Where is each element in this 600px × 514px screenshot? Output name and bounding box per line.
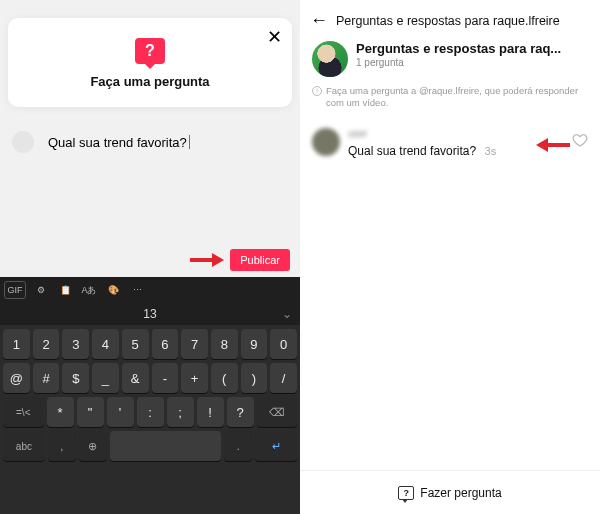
key-rparen[interactable]: ): [241, 363, 268, 393]
chevron-down-icon[interactable]: ⌄: [282, 307, 292, 321]
keyboard-suggestion-bar[interactable]: 13 ⌄: [0, 303, 300, 325]
annotation-arrow-question: [536, 138, 570, 152]
qa-list-screen: ← Perguntas e respostas para raque.lfrei…: [300, 0, 600, 514]
key-semicolon[interactable]: ;: [167, 397, 194, 427]
question-input-row[interactable]: Qual sua trend favorita?: [12, 131, 290, 153]
kb-row-3: =\< * " ' : ; ! ? ⌫: [3, 397, 297, 427]
key-3[interactable]: 3: [62, 329, 89, 359]
key-minus[interactable]: -: [152, 363, 179, 393]
key-1[interactable]: 1: [3, 329, 30, 359]
key-lang-icon[interactable]: ⊕: [79, 431, 107, 461]
composer-card: ✕ ? Faça uma pergunta: [8, 18, 292, 107]
question-text: Qual sua trend favorita?: [348, 144, 476, 158]
soft-keyboard[interactable]: GIF ⚙ 📋 Aあ 🎨 ⋯ 13 ⌄ 1 2 3 4 5 6 7 8 9 0: [0, 277, 300, 514]
qa-info-row: Perguntas e respostas para raq... 1 perg…: [300, 39, 600, 83]
header-title: Perguntas e respostas para raque.lfreire: [336, 14, 560, 28]
question-mark: ?: [145, 42, 155, 60]
annotation-arrow-publish: [190, 253, 224, 267]
info-icon: i: [312, 86, 322, 96]
key-0[interactable]: 0: [270, 329, 297, 359]
back-icon[interactable]: ←: [310, 10, 328, 31]
ask-question-label: Fazer pergunta: [420, 486, 501, 500]
qa-info-subtitle: 1 pergunta: [356, 57, 588, 68]
key-space[interactable]: [110, 431, 222, 461]
key-colon[interactable]: :: [137, 397, 164, 427]
key-dquote[interactable]: ": [77, 397, 104, 427]
kb-row-2: @ # $ _ & - + ( ) /: [3, 363, 297, 393]
qa-hint: i Faça uma pergunta a @raque.lfreire, qu…: [300, 83, 600, 118]
key-underscore[interactable]: _: [92, 363, 119, 393]
question-time: 3s: [485, 145, 497, 157]
heart-icon[interactable]: [572, 132, 588, 148]
keyboard-toolbar: GIF ⚙ 📋 Aあ 🎨 ⋯: [0, 277, 300, 303]
question-author-avatar[interactable]: [312, 128, 340, 156]
suggestion-text[interactable]: 13: [143, 307, 156, 321]
text-caret: [189, 135, 191, 149]
key-star[interactable]: *: [47, 397, 74, 427]
kb-more-icon[interactable]: ⋯: [128, 281, 146, 299]
key-abc[interactable]: abc: [3, 431, 45, 461]
key-comma[interactable]: ,: [48, 431, 76, 461]
question-author-name: user: [348, 128, 564, 139]
key-at[interactable]: @: [3, 363, 30, 393]
key-symbols-toggle[interactable]: =\<: [3, 397, 44, 427]
kb-clipboard-icon[interactable]: 📋: [56, 281, 74, 299]
close-icon[interactable]: ✕: [267, 26, 282, 48]
ask-question-footer[interactable]: ? Fazer pergunta: [300, 470, 600, 514]
header: ← Perguntas e respostas para raque.lfrei…: [300, 0, 600, 39]
key-8[interactable]: 8: [211, 329, 238, 359]
kb-settings-icon[interactable]: ⚙: [32, 281, 50, 299]
key-plus[interactable]: +: [181, 363, 208, 393]
key-squote[interactable]: ': [107, 397, 134, 427]
qa-info-title: Perguntas e respostas para raq...: [356, 41, 588, 56]
key-dollar[interactable]: $: [62, 363, 89, 393]
key-lparen[interactable]: (: [211, 363, 238, 393]
ask-question-icon: ?: [398, 486, 414, 500]
key-slash[interactable]: /: [270, 363, 297, 393]
key-4[interactable]: 4: [92, 329, 119, 359]
key-6[interactable]: 6: [152, 329, 179, 359]
key-period[interactable]: .: [224, 431, 252, 461]
key-backspace[interactable]: ⌫: [257, 397, 298, 427]
publish-button[interactable]: Publicar: [230, 249, 290, 271]
qa-hint-text: Faça uma pergunta a @raque.lfreire, que …: [326, 85, 588, 110]
key-5[interactable]: 5: [122, 329, 149, 359]
user-avatar: [12, 131, 34, 153]
key-hash[interactable]: #: [33, 363, 60, 393]
kb-translate-icon[interactable]: Aあ: [80, 281, 98, 299]
kb-theme-icon[interactable]: 🎨: [104, 281, 122, 299]
key-enter[interactable]: ↵: [255, 431, 297, 461]
kb-gif-icon[interactable]: GIF: [4, 281, 26, 299]
key-9[interactable]: 9: [241, 329, 268, 359]
profile-avatar[interactable]: [312, 41, 348, 77]
compose-question-screen: ✕ ? Faça uma pergunta Qual sua trend fav…: [0, 0, 300, 514]
key-2[interactable]: 2: [33, 329, 60, 359]
key-excl[interactable]: !: [197, 397, 224, 427]
kb-row-4: abc , ⊕ . ↵: [3, 431, 297, 461]
kb-row-1: 1 2 3 4 5 6 7 8 9 0: [3, 329, 297, 359]
question-item[interactable]: user Qual sua trend favorita? 3s: [300, 118, 600, 159]
key-amp[interactable]: &: [122, 363, 149, 393]
key-7[interactable]: 7: [181, 329, 208, 359]
question-bubble-icon: ?: [135, 38, 165, 64]
key-question[interactable]: ?: [227, 397, 254, 427]
question-input-text[interactable]: Qual sua trend favorita?: [48, 135, 187, 150]
composer-title: Faça uma pergunta: [18, 74, 282, 89]
